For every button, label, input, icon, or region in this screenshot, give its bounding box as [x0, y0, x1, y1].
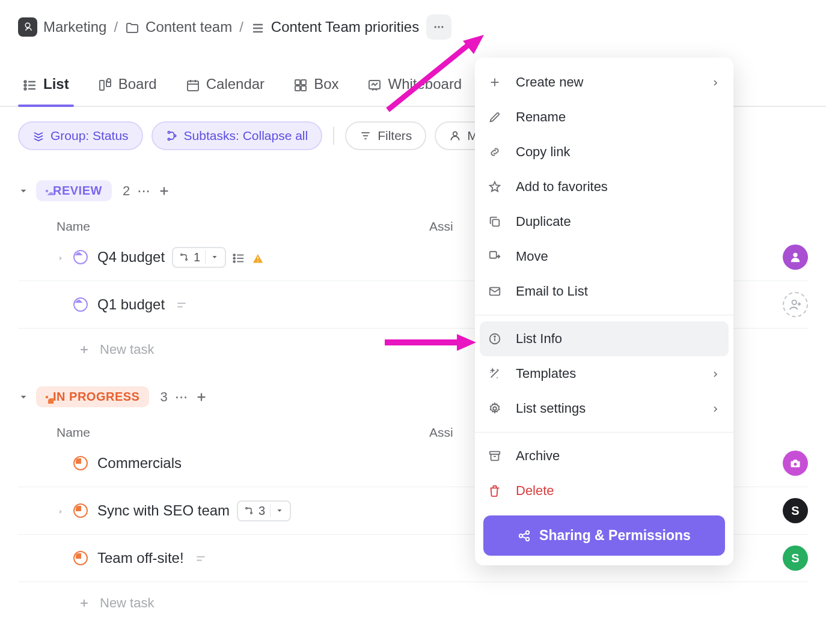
- status-pill-review[interactable]: REVIEW: [36, 180, 112, 201]
- task-name: Commercials: [97, 455, 182, 472]
- gear-icon: [488, 402, 504, 415]
- task-status-icon[interactable]: [73, 551, 88, 565]
- tab-calendar-label: Calendar: [206, 76, 265, 93]
- svg-point-53: [246, 508, 248, 509]
- star-icon: [488, 180, 504, 193]
- group-more[interactable]: ···: [137, 181, 150, 200]
- breadcrumb-space-label: Marketing: [43, 19, 106, 35]
- menu-list-info[interactable]: List Info: [480, 321, 729, 356]
- subtask-badge[interactable]: 3: [237, 500, 291, 521]
- tab-box[interactable]: Box: [289, 66, 343, 102]
- col-assignee: Assi: [429, 425, 453, 440]
- svg-point-25: [168, 132, 170, 133]
- archive-icon: [488, 449, 504, 463]
- subtasks-pill[interactable]: Subtasks: Collapse all: [151, 121, 323, 150]
- group-by-pill[interactable]: Group: Status: [18, 121, 143, 150]
- list-more-button[interactable]: [426, 14, 451, 40]
- breadcrumb-list[interactable]: Content Team priorities: [251, 19, 419, 35]
- subtask-count: 3: [259, 504, 265, 518]
- group-by-label: Group: Status: [50, 129, 129, 143]
- menu-move[interactable]: Move: [475, 239, 733, 274]
- new-task-button[interactable]: New task: [18, 582, 808, 624]
- group-toggle[interactable]: [18, 391, 29, 402]
- sharing-permissions-button[interactable]: Sharing & Permissions: [483, 515, 725, 556]
- menu-rename[interactable]: Rename: [475, 100, 733, 135]
- expand-icon[interactable]: [57, 249, 73, 266]
- tab-list[interactable]: List: [18, 66, 74, 102]
- svg-point-11: [25, 88, 26, 90]
- menu-delete[interactable]: Delete: [475, 473, 733, 508]
- filters-pill[interactable]: Filters: [345, 121, 426, 150]
- assignee-avatar[interactable]: [783, 245, 808, 270]
- svg-point-4: [435, 26, 436, 28]
- task-status-icon[interactable]: [73, 297, 88, 312]
- group-more[interactable]: ···: [175, 387, 188, 406]
- task-status-icon[interactable]: [73, 250, 88, 264]
- chevron-down-icon: [210, 253, 219, 261]
- tab-calendar[interactable]: Calendar: [181, 66, 269, 102]
- folder-icon: [125, 19, 139, 35]
- col-name: Name: [57, 219, 429, 234]
- tab-whiteboard-label: Whiteboard: [388, 76, 462, 93]
- list-icon: [251, 19, 265, 35]
- menu-list-settings[interactable]: List settings: [475, 391, 733, 426]
- breadcrumb-space[interactable]: Marketing: [18, 17, 106, 37]
- mail-icon: [488, 285, 504, 298]
- assignee-avatar[interactable]: S: [783, 545, 808, 571]
- sharing-button-label: Sharing & Permissions: [539, 527, 691, 544]
- chevron-right-icon: [711, 366, 720, 381]
- svg-point-31: [453, 132, 457, 136]
- expand-icon[interactable]: [57, 502, 73, 519]
- plus-icon: [488, 76, 504, 89]
- menu-duplicate[interactable]: Duplicate: [475, 204, 733, 239]
- svg-rect-23: [301, 86, 306, 91]
- new-task-label: New task: [100, 342, 154, 357]
- assignee-avatar[interactable]: [783, 451, 808, 476]
- task-status-icon[interactable]: [73, 456, 88, 470]
- svg-rect-20: [295, 80, 300, 85]
- svg-rect-68: [490, 452, 500, 455]
- menu-create-new[interactable]: Create new: [475, 65, 733, 100]
- svg-point-6: [441, 26, 443, 28]
- task-name: Sync with SEO team: [97, 502, 230, 519]
- chevron-down-icon: [275, 506, 284, 515]
- menu-label: Email to List: [516, 284, 588, 299]
- breadcrumb-folder[interactable]: Content team: [125, 19, 232, 35]
- status-dot-icon: [46, 396, 48, 398]
- assignee-avatar[interactable]: S: [783, 498, 808, 523]
- group-toggle[interactable]: [18, 185, 29, 196]
- tab-board[interactable]: Board: [93, 66, 162, 102]
- task-name: Q1 budget: [97, 296, 165, 313]
- tab-box-label: Box: [314, 76, 338, 93]
- tab-whiteboard[interactable]: Whiteboard: [363, 66, 467, 102]
- subtask-badge[interactable]: 1: [172, 247, 226, 268]
- whiteboard-view-icon: [367, 76, 382, 93]
- col-name: Name: [57, 425, 429, 440]
- svg-line-73: [522, 536, 526, 538]
- menu-label: Templates: [516, 366, 576, 381]
- description-icon: [195, 550, 207, 567]
- menu-templates[interactable]: Templates: [475, 356, 733, 391]
- menu-label: Create new: [516, 74, 584, 90]
- group-add-task[interactable]: [158, 184, 171, 198]
- menu-label: Add to favorites: [516, 179, 608, 195]
- menu-archive[interactable]: Archive: [475, 439, 733, 473]
- svg-point-27: [174, 135, 176, 136]
- status-pill-inprogress[interactable]: IN PROGRESS: [36, 386, 149, 407]
- svg-point-26: [168, 138, 170, 140]
- menu-email-to-list[interactable]: Email to List: [475, 274, 733, 309]
- menu-add-favorites[interactable]: Add to favorites: [475, 169, 733, 204]
- svg-point-45: [792, 300, 797, 305]
- task-status-icon[interactable]: [73, 503, 88, 518]
- box-view-icon: [293, 76, 308, 93]
- svg-point-67: [493, 407, 497, 410]
- svg-point-66: [494, 336, 495, 337]
- link-icon: [488, 145, 504, 159]
- calendar-view-icon: [186, 76, 200, 93]
- menu-copy-link[interactable]: Copy link: [475, 135, 733, 169]
- assign-button[interactable]: [783, 292, 808, 317]
- menu-label: List Info: [516, 331, 562, 347]
- group-add-task[interactable]: [195, 390, 208, 404]
- checklist-icon[interactable]: [232, 249, 245, 266]
- svg-point-35: [186, 259, 188, 261]
